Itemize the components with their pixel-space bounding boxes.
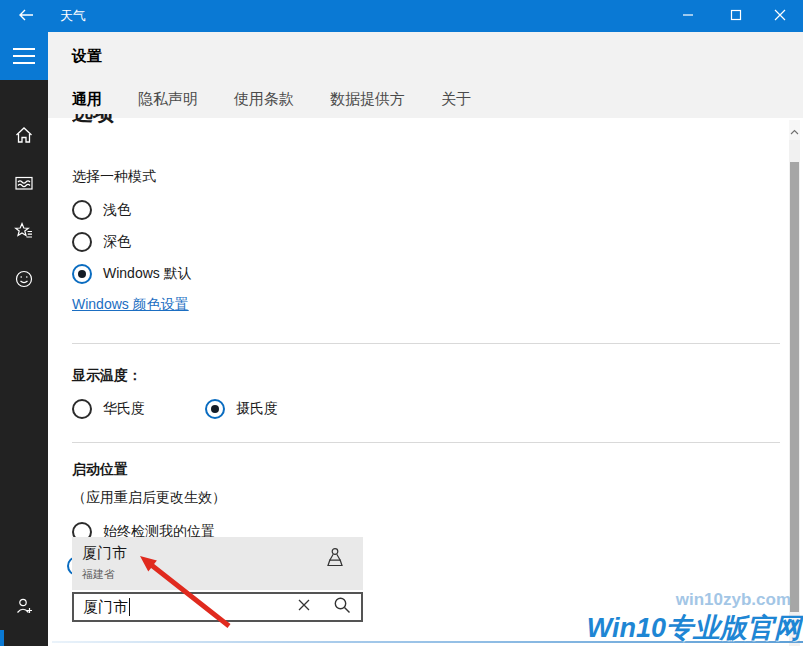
- radio-label: 华氏度: [103, 400, 145, 418]
- suggestion-province: 福建省: [82, 567, 115, 582]
- radio-celsius[interactable]: 摄氏度: [205, 399, 278, 419]
- smiley-icon: [14, 269, 34, 293]
- radio-circle: [72, 264, 92, 284]
- radio-label: 摄氏度: [236, 400, 278, 418]
- radio-circle: [72, 232, 92, 252]
- titlebar: 天气: [0, 0, 803, 32]
- watermark-url: win10zyb.com: [676, 590, 791, 610]
- tab-about[interactable]: 关于: [441, 90, 471, 109]
- radio-label: 浅色: [103, 201, 131, 219]
- weather-app-window: 天气: [0, 0, 803, 646]
- launch-location-note: （应用重启后更改生效）: [72, 489, 226, 507]
- scroll-up-button[interactable]: [789, 120, 800, 140]
- maximize-button[interactable]: [716, 0, 756, 32]
- window-title: 天气: [60, 0, 86, 32]
- tab-general[interactable]: 通用: [72, 90, 102, 109]
- sidebar-item-home[interactable]: [0, 113, 48, 161]
- sidebar-item-signin[interactable]: [0, 584, 48, 632]
- clear-x-icon: [297, 598, 311, 616]
- scrollbar-thumb[interactable]: [790, 162, 799, 612]
- radio-dark-mode[interactable]: 深色: [72, 232, 131, 252]
- close-icon: [774, 7, 786, 25]
- magnifier-icon: [333, 596, 351, 618]
- radio-circle: [205, 399, 225, 419]
- page-title: 设置: [72, 47, 102, 66]
- section-divider: [72, 442, 780, 443]
- clipped-section-heading: 选项: [72, 114, 192, 126]
- radio-circle: [72, 200, 92, 220]
- settings-header: 设置 通用 隐私声明 使用条款 数据提供方 关于: [48, 32, 803, 118]
- back-button[interactable]: [8, 0, 44, 32]
- vertical-scrollbar[interactable]: [789, 120, 800, 646]
- settings-tabs: 通用 隐私声明 使用条款 数据提供方 关于: [72, 90, 471, 109]
- sidebar-item-feedback[interactable]: [0, 257, 48, 305]
- radio-label: 深色: [103, 233, 131, 251]
- tab-terms[interactable]: 使用条款: [234, 90, 294, 109]
- radio-fahrenheit[interactable]: 华氏度: [72, 399, 145, 419]
- mode-section-heading: 选择一种模式: [72, 168, 156, 186]
- location-search-input[interactable]: 厦门市: [72, 592, 363, 622]
- temperature-section-heading: 显示温度：: [72, 367, 142, 385]
- sidebar-item-settings[interactable]: [0, 639, 48, 646]
- suggestion-city: 厦门市: [82, 544, 127, 563]
- favorites-star-icon: [14, 221, 34, 245]
- windows-color-settings-link[interactable]: Windows 颜色设置: [72, 296, 189, 314]
- clear-search-button[interactable]: [287, 594, 321, 620]
- text-caret: [129, 598, 130, 616]
- tab-data-providers[interactable]: 数据提供方: [330, 90, 405, 109]
- maximize-icon: [730, 7, 742, 25]
- hamburger-menu-button[interactable]: [0, 32, 48, 80]
- search-input-value: 厦门市: [83, 598, 128, 617]
- watermark-site-name: Win10专业版官网: [587, 610, 801, 646]
- radio-light-mode[interactable]: 浅色: [72, 200, 131, 220]
- search-button[interactable]: [325, 594, 359, 620]
- map-pin-icon: [325, 547, 345, 575]
- minimize-button[interactable]: [668, 0, 708, 32]
- home-icon: [14, 125, 34, 149]
- radio-circle: [72, 399, 92, 419]
- sidebar-item-favorites[interactable]: [0, 209, 48, 257]
- launch-location-heading: 启动位置: [72, 461, 128, 479]
- section-divider: [72, 343, 780, 344]
- line-chart-icon: [14, 173, 34, 197]
- minimize-icon: [682, 7, 694, 25]
- radio-windows-default-mode[interactable]: Windows 默认: [72, 264, 192, 284]
- back-arrow-icon: [18, 7, 34, 25]
- radio-label: Windows 默认: [103, 265, 192, 283]
- tab-privacy[interactable]: 隐私声明: [138, 90, 198, 109]
- close-button[interactable]: [760, 0, 800, 32]
- sidebar-item-history-chart[interactable]: [0, 161, 48, 209]
- add-user-icon: [14, 596, 34, 620]
- accent-strip: [0, 630, 4, 646]
- chevron-up-icon: [790, 121, 799, 139]
- nav-sidebar: [0, 32, 48, 646]
- location-suggestion-item[interactable]: 厦门市 福建省: [72, 537, 363, 590]
